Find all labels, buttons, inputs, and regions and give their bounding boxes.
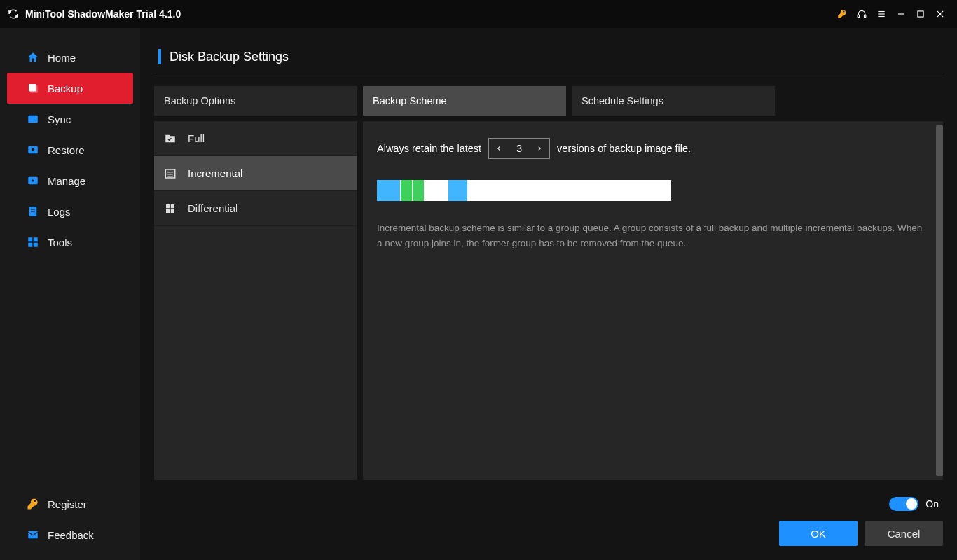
scheme-description: Incremental backup scheme is similar to … <box>377 220 923 251</box>
header-accent-bar <box>158 49 161 64</box>
divider <box>154 73 943 74</box>
full-block-icon <box>377 180 401 201</box>
footer-bar: On OK Cancel <box>154 480 943 546</box>
folder-check-icon <box>164 132 177 145</box>
sidebar: Home Backup Sync Restore Manage Logs Too… <box>0 28 140 560</box>
sidebar-item-manage[interactable]: Manage <box>0 165 140 196</box>
stepper-decrement[interactable] <box>489 139 509 158</box>
sidebar-item-logs[interactable]: Logs <box>0 196 140 227</box>
sidebar-item-label: Manage <box>48 175 85 187</box>
tab-label: Backup Scheme <box>373 95 447 106</box>
sidebar-item-label: Feedback <box>48 529 94 541</box>
titlebar: MiniTool ShadowMaker Trial 4.1.0 <box>0 0 957 28</box>
scheme-detail-panel: Always retain the latest 3 versions of b… <box>363 121 943 480</box>
ok-button[interactable]: OK <box>779 521 858 546</box>
sidebar-item-label: Backup <box>48 83 83 94</box>
retain-prefix: Always retain the latest <box>377 143 481 154</box>
grid-icon <box>164 202 177 215</box>
tools-icon <box>27 236 39 248</box>
sidebar-item-restore[interactable]: Restore <box>0 134 140 165</box>
mode-label: Full <box>188 132 205 144</box>
svg-rect-30 <box>166 209 170 212</box>
sync-icon <box>27 113 39 125</box>
content-area: Disk Backup Settings Backup Options Back… <box>140 28 957 560</box>
incremental-block-icon <box>401 180 413 201</box>
close-button[interactable] <box>930 4 950 24</box>
retain-stepper: 3 <box>488 138 550 159</box>
svg-rect-22 <box>34 243 38 247</box>
backup-icon <box>27 82 39 94</box>
scheme-toggle[interactable] <box>889 497 918 511</box>
svg-rect-11 <box>28 115 38 123</box>
manage-icon <box>27 174 39 187</box>
logs-icon <box>27 205 39 218</box>
mode-item-differential[interactable]: Differential <box>154 191 357 226</box>
svg-rect-29 <box>171 204 174 208</box>
toggle-label: On <box>925 498 939 510</box>
tab-backup-scheme[interactable]: Backup Scheme <box>363 86 566 115</box>
retain-row: Always retain the latest 3 versions of b… <box>377 138 929 159</box>
sidebar-item-home[interactable]: Home <box>0 42 140 73</box>
button-label: OK <box>811 528 826 540</box>
tab-schedule-settings[interactable]: Schedule Settings <box>572 86 775 115</box>
svg-rect-28 <box>166 204 170 208</box>
page-header: Disk Backup Settings <box>154 49 943 64</box>
svg-point-15 <box>32 180 34 182</box>
app-logo-icon <box>7 8 20 20</box>
maximize-button[interactable] <box>911 4 930 24</box>
tab-label: Schedule Settings <box>581 95 663 106</box>
tab-row: Backup Options Backup Scheme Schedule Se… <box>154 86 943 115</box>
svg-rect-1 <box>865 15 866 18</box>
mode-item-incremental[interactable]: Incremental <box>154 156 357 191</box>
scheme-visual <box>377 180 671 201</box>
gap-block <box>425 180 448 201</box>
license-key-icon[interactable] <box>832 4 852 24</box>
sidebar-item-tools[interactable]: Tools <box>0 227 140 258</box>
list-icon <box>164 167 177 180</box>
svg-rect-6 <box>918 11 923 17</box>
scheme-mode-list: Full Incremental Differential <box>154 121 357 480</box>
svg-rect-19 <box>28 237 32 241</box>
sidebar-item-label: Register <box>48 498 87 510</box>
sidebar-item-label: Tools <box>48 237 72 248</box>
sidebar-item-backup[interactable]: Backup <box>7 73 133 104</box>
stepper-value: 3 <box>509 143 530 154</box>
svg-point-13 <box>32 148 35 152</box>
retain-suffix: versions of backup image file. <box>557 143 691 154</box>
restore-icon <box>27 144 39 156</box>
tab-backup-options[interactable]: Backup Options <box>154 86 357 115</box>
svg-rect-31 <box>171 209 174 212</box>
sidebar-item-label: Restore <box>48 144 85 156</box>
cancel-button[interactable]: Cancel <box>865 521 943 546</box>
scheme-toggle-wrap: On <box>889 497 939 511</box>
incremental-block-icon <box>413 180 425 201</box>
app-title: MiniTool ShadowMaker Trial 4.1.0 <box>25 8 181 20</box>
key-icon <box>27 498 39 510</box>
svg-rect-23 <box>28 531 38 539</box>
mode-label: Incremental <box>188 167 242 179</box>
full-block-icon <box>448 180 468 201</box>
button-label: Cancel <box>888 528 921 540</box>
mode-item-full[interactable]: Full <box>154 121 357 156</box>
svg-rect-20 <box>34 237 38 241</box>
sidebar-item-sync[interactable]: Sync <box>0 104 140 134</box>
sidebar-item-register[interactable]: Register <box>0 489 140 519</box>
sidebar-item-label: Home <box>48 52 76 64</box>
minimize-button[interactable] <box>891 4 911 24</box>
headset-icon[interactable] <box>852 4 872 24</box>
sidebar-item-label: Logs <box>48 206 71 218</box>
svg-rect-21 <box>28 243 32 247</box>
svg-rect-10 <box>30 85 38 93</box>
page-title: Disk Backup Settings <box>170 50 289 64</box>
menu-icon[interactable] <box>872 4 891 24</box>
home-icon <box>27 51 39 64</box>
svg-rect-0 <box>858 15 859 18</box>
mail-icon <box>27 528 39 541</box>
mode-label: Differential <box>188 202 237 214</box>
sidebar-item-label: Sync <box>48 113 71 125</box>
stepper-increment[interactable] <box>530 139 549 158</box>
sidebar-item-feedback[interactable]: Feedback <box>0 519 140 550</box>
tab-label: Backup Options <box>164 95 235 106</box>
